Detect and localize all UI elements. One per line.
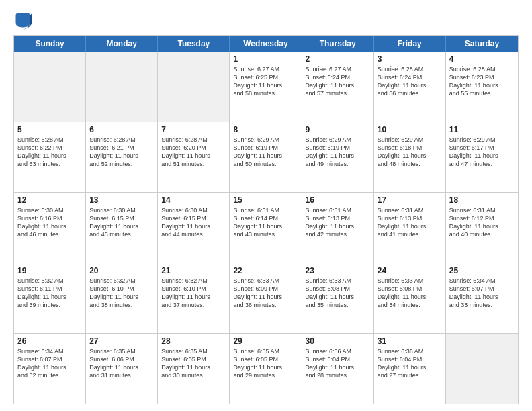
- weekday-header-monday: Monday: [86, 36, 158, 52]
- cell-info: Sunrise: 6:31 AM Sunset: 6:13 PM Dayligh…: [306, 206, 370, 239]
- cell-info: Sunrise: 6:29 AM Sunset: 6:18 PM Dayligh…: [378, 136, 442, 169]
- cal-cell-14: 14Sunrise: 6:30 AM Sunset: 6:15 PM Dayli…: [158, 193, 230, 263]
- weekday-header-wednesday: Wednesday: [230, 36, 302, 52]
- day-number: 17: [378, 195, 442, 205]
- cell-info: Sunrise: 6:28 AM Sunset: 6:20 PM Dayligh…: [161, 136, 226, 169]
- cal-cell-23: 23Sunrise: 6:33 AM Sunset: 6:08 PM Dayli…: [302, 263, 374, 333]
- cal-cell-28: 28Sunrise: 6:35 AM Sunset: 6:05 PM Dayli…: [158, 334, 230, 404]
- cell-info: Sunrise: 6:30 AM Sunset: 6:15 PM Dayligh…: [89, 206, 154, 239]
- cell-info: Sunrise: 6:34 AM Sunset: 6:07 PM Dayligh…: [449, 277, 515, 310]
- cell-info: Sunrise: 6:31 AM Sunset: 6:13 PM Dayligh…: [378, 206, 442, 239]
- day-number: 5: [17, 125, 82, 134]
- calendar-row-2: 5Sunrise: 6:28 AM Sunset: 6:22 PM Daylig…: [14, 122, 518, 192]
- cell-info: Sunrise: 6:33 AM Sunset: 6:09 PM Dayligh…: [233, 277, 298, 310]
- cal-cell-10: 10Sunrise: 6:29 AM Sunset: 6:18 PM Dayli…: [374, 122, 446, 192]
- cell-info: Sunrise: 6:35 AM Sunset: 6:05 PM Dayligh…: [161, 347, 226, 380]
- cal-cell-13: 13Sunrise: 6:30 AM Sunset: 6:15 PM Dayli…: [86, 193, 158, 263]
- day-number: 21: [161, 266, 226, 275]
- cal-cell-15: 15Sunrise: 6:31 AM Sunset: 6:14 PM Dayli…: [230, 193, 302, 263]
- day-number: 2: [306, 54, 370, 64]
- cal-cell-7: 7Sunrise: 6:28 AM Sunset: 6:20 PM Daylig…: [158, 122, 230, 192]
- cal-cell-6: 6Sunrise: 6:28 AM Sunset: 6:21 PM Daylig…: [86, 122, 158, 192]
- day-number: 16: [306, 195, 370, 205]
- cal-cell-24: 24Sunrise: 6:33 AM Sunset: 6:08 PM Dayli…: [374, 263, 446, 333]
- logo-icon: [13, 11, 32, 30]
- day-number: 13: [89, 195, 154, 205]
- cell-info: Sunrise: 6:35 AM Sunset: 6:06 PM Dayligh…: [89, 347, 154, 380]
- weekday-header-saturday: Saturday: [446, 36, 518, 52]
- cell-info: Sunrise: 6:36 AM Sunset: 6:04 PM Dayligh…: [306, 347, 370, 380]
- cal-cell-5: 5Sunrise: 6:28 AM Sunset: 6:22 PM Daylig…: [14, 122, 86, 192]
- day-number: 30: [306, 336, 370, 346]
- cal-cell-17: 17Sunrise: 6:31 AM Sunset: 6:13 PM Dayli…: [374, 193, 446, 263]
- day-number: 14: [161, 195, 226, 205]
- cell-info: Sunrise: 6:29 AM Sunset: 6:17 PM Dayligh…: [449, 136, 515, 169]
- cell-info: Sunrise: 6:32 AM Sunset: 6:10 PM Dayligh…: [161, 277, 226, 310]
- cell-info: Sunrise: 6:27 AM Sunset: 6:25 PM Dayligh…: [233, 65, 298, 98]
- cell-info: Sunrise: 6:34 AM Sunset: 6:07 PM Dayligh…: [17, 347, 82, 380]
- day-number: 3: [378, 54, 442, 64]
- cal-cell-9: 9Sunrise: 6:29 AM Sunset: 6:19 PM Daylig…: [302, 122, 374, 192]
- calendar-row-3: 12Sunrise: 6:30 AM Sunset: 6:16 PM Dayli…: [14, 192, 518, 263]
- cal-cell-1: 1Sunrise: 6:27 AM Sunset: 6:25 PM Daylig…: [230, 52, 302, 122]
- calendar-row-5: 26Sunrise: 6:34 AM Sunset: 6:07 PM Dayli…: [14, 333, 518, 404]
- calendar-row-4: 19Sunrise: 6:32 AM Sunset: 6:11 PM Dayli…: [14, 263, 518, 333]
- cal-cell-31: 31Sunrise: 6:36 AM Sunset: 6:04 PM Dayli…: [374, 334, 446, 404]
- cal-cell-18: 18Sunrise: 6:31 AM Sunset: 6:12 PM Dayli…: [446, 193, 518, 263]
- logo: [13, 11, 35, 30]
- weekday-header-friday: Friday: [374, 36, 446, 52]
- cal-cell-11: 11Sunrise: 6:29 AM Sunset: 6:17 PM Dayli…: [446, 122, 518, 192]
- day-number: 31: [378, 336, 442, 346]
- day-number: 20: [89, 266, 154, 275]
- cal-cell-empty-0-0: [14, 52, 86, 122]
- day-number: 18: [449, 195, 515, 205]
- cal-cell-4: 4Sunrise: 6:28 AM Sunset: 6:23 PM Daylig…: [446, 52, 518, 122]
- header: [13, 11, 519, 30]
- cal-cell-19: 19Sunrise: 6:32 AM Sunset: 6:11 PM Dayli…: [14, 263, 86, 333]
- cal-cell-12: 12Sunrise: 6:30 AM Sunset: 6:16 PM Dayli…: [14, 193, 86, 263]
- cell-info: Sunrise: 6:29 AM Sunset: 6:19 PM Dayligh…: [306, 136, 370, 169]
- day-number: 19: [17, 266, 82, 275]
- cell-info: Sunrise: 6:31 AM Sunset: 6:12 PM Dayligh…: [449, 206, 515, 239]
- cal-cell-30: 30Sunrise: 6:36 AM Sunset: 6:04 PM Dayli…: [302, 334, 374, 404]
- day-number: 22: [233, 266, 298, 275]
- day-number: 4: [449, 54, 515, 64]
- calendar-body: 1Sunrise: 6:27 AM Sunset: 6:25 PM Daylig…: [14, 52, 518, 404]
- cal-cell-26: 26Sunrise: 6:34 AM Sunset: 6:07 PM Dayli…: [14, 334, 86, 404]
- cell-info: Sunrise: 6:32 AM Sunset: 6:11 PM Dayligh…: [17, 277, 82, 310]
- cell-info: Sunrise: 6:31 AM Sunset: 6:14 PM Dayligh…: [233, 206, 298, 239]
- cal-cell-29: 29Sunrise: 6:35 AM Sunset: 6:05 PM Dayli…: [230, 334, 302, 404]
- calendar: SundayMondayTuesdayWednesdayThursdayFrid…: [13, 35, 519, 404]
- day-number: 24: [378, 266, 442, 275]
- cal-cell-empty-0-1: [86, 52, 158, 122]
- day-number: 12: [17, 195, 82, 205]
- cell-info: Sunrise: 6:28 AM Sunset: 6:24 PM Dayligh…: [378, 65, 442, 98]
- weekday-header-tuesday: Tuesday: [158, 36, 230, 52]
- cell-info: Sunrise: 6:28 AM Sunset: 6:22 PM Dayligh…: [17, 136, 82, 169]
- day-number: 28: [161, 336, 226, 346]
- cal-cell-16: 16Sunrise: 6:31 AM Sunset: 6:13 PM Dayli…: [302, 193, 374, 263]
- day-number: 29: [233, 336, 298, 346]
- cell-info: Sunrise: 6:28 AM Sunset: 6:21 PM Dayligh…: [89, 136, 154, 169]
- page: SundayMondayTuesdayWednesdayThursdayFrid…: [0, 0, 532, 411]
- cal-cell-empty-0-2: [158, 52, 230, 122]
- day-number: 8: [233, 125, 298, 134]
- cell-info: Sunrise: 6:29 AM Sunset: 6:19 PM Dayligh…: [233, 136, 298, 169]
- cell-info: Sunrise: 6:35 AM Sunset: 6:05 PM Dayligh…: [233, 347, 298, 380]
- weekday-header-sunday: Sunday: [14, 36, 86, 52]
- day-number: 27: [89, 336, 154, 346]
- day-number: 26: [17, 336, 82, 346]
- cell-info: Sunrise: 6:36 AM Sunset: 6:04 PM Dayligh…: [378, 347, 442, 380]
- cal-cell-empty-4-6: [446, 334, 518, 404]
- day-number: 11: [449, 125, 515, 134]
- day-number: 1: [233, 54, 298, 64]
- weekday-header-thursday: Thursday: [302, 36, 374, 52]
- cal-cell-2: 2Sunrise: 6:27 AM Sunset: 6:24 PM Daylig…: [302, 52, 374, 122]
- cal-cell-27: 27Sunrise: 6:35 AM Sunset: 6:06 PM Dayli…: [86, 334, 158, 404]
- cal-cell-21: 21Sunrise: 6:32 AM Sunset: 6:10 PM Dayli…: [158, 263, 230, 333]
- day-number: 9: [306, 125, 370, 134]
- cell-info: Sunrise: 6:28 AM Sunset: 6:23 PM Dayligh…: [449, 65, 515, 98]
- cal-cell-25: 25Sunrise: 6:34 AM Sunset: 6:07 PM Dayli…: [446, 263, 518, 333]
- cal-cell-22: 22Sunrise: 6:33 AM Sunset: 6:09 PM Dayli…: [230, 263, 302, 333]
- cell-info: Sunrise: 6:33 AM Sunset: 6:08 PM Dayligh…: [378, 277, 442, 310]
